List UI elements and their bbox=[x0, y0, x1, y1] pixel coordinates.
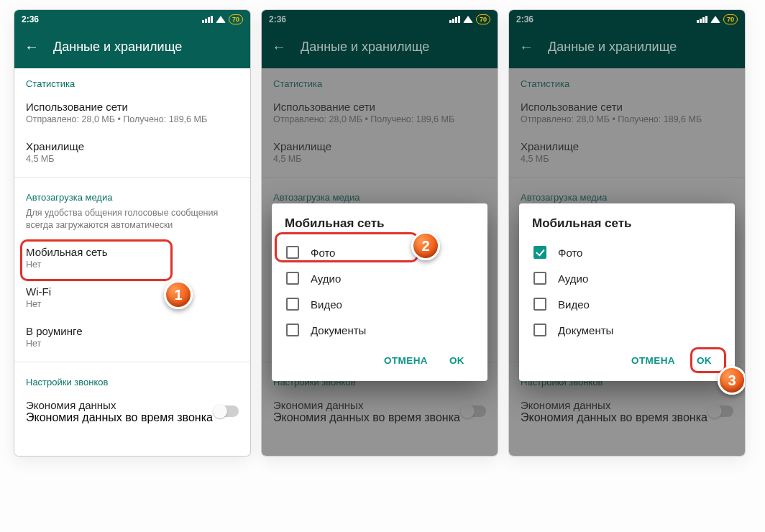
check-video[interactable]: Видео bbox=[285, 291, 475, 317]
section-calls-label: Настройки звонков bbox=[14, 367, 250, 392]
app-bar: ← Данные и хранилище bbox=[14, 29, 250, 68]
signal-icon bbox=[202, 16, 213, 23]
settings-content: Статистика Использование сети Отправлено… bbox=[262, 68, 498, 456]
check-audio[interactable]: Аудио bbox=[532, 265, 722, 291]
dialog-title: Мобильная сеть bbox=[532, 216, 722, 231]
item-data-saver[interactable]: Экономия данных Экономия данных во время… bbox=[14, 392, 250, 431]
check-docs[interactable]: Документы bbox=[285, 317, 475, 343]
status-bar: 2:36 70 bbox=[509, 10, 745, 29]
dialog-mobile-network: Мобильная сеть Фото Аудио Видео Документ… bbox=[272, 203, 487, 381]
dialog-mobile-network: Мобильная сеть Фото Аудио Видео Документ… bbox=[519, 203, 735, 381]
check-photo[interactable]: Фото bbox=[532, 239, 722, 265]
back-icon[interactable]: ← bbox=[272, 39, 286, 55]
battery-icon: 70 bbox=[229, 14, 243, 24]
status-time: 2:36 bbox=[516, 14, 697, 24]
dialog-cancel-button[interactable]: ОТМЕНА bbox=[377, 350, 435, 371]
check-docs[interactable]: Документы bbox=[532, 317, 722, 343]
checkbox-icon[interactable] bbox=[533, 246, 546, 259]
data-saver-switch[interactable] bbox=[214, 405, 239, 417]
section-autodl-label: Автозагрузка медиа bbox=[14, 182, 250, 207]
divider bbox=[14, 362, 250, 362]
status-time: 2:36 bbox=[269, 14, 449, 24]
checkbox-icon[interactable] bbox=[533, 272, 546, 285]
section-stats-label: Статистика bbox=[14, 68, 250, 93]
divider bbox=[14, 177, 250, 178]
signal-icon bbox=[697, 16, 707, 23]
phone-screenshot-2: 2:36 70 ← Данные и хранилище Статистика … bbox=[262, 10, 498, 456]
signal-icon bbox=[449, 16, 460, 23]
phone-screenshot-1: 2:36 70 ← Данные и хранилище Статистика … bbox=[14, 10, 250, 456]
dialog-ok-button[interactable]: OK bbox=[690, 350, 719, 371]
battery-icon: 70 bbox=[476, 14, 490, 24]
appbar-title: Данные и хранилище bbox=[53, 40, 182, 55]
checkbox-icon[interactable] bbox=[533, 298, 546, 311]
battery-icon: 70 bbox=[723, 14, 738, 24]
checkbox-icon[interactable] bbox=[286, 298, 299, 311]
status-time: 2:36 bbox=[22, 14, 202, 24]
item-wifi[interactable]: Wi-Fi Нет bbox=[14, 278, 250, 318]
check-photo[interactable]: Фото bbox=[285, 239, 475, 265]
dialog-ok-button[interactable]: OK bbox=[442, 350, 472, 371]
dialog-cancel-button[interactable]: ОТМЕНА bbox=[624, 350, 682, 371]
checkbox-icon[interactable] bbox=[286, 246, 299, 259]
check-video[interactable]: Видео bbox=[532, 291, 722, 317]
item-mobile-network[interactable]: Мобильная сеть Нет bbox=[14, 239, 250, 278]
check-audio[interactable]: Аудио bbox=[285, 265, 475, 291]
checkbox-icon[interactable] bbox=[286, 272, 299, 285]
wifi-icon bbox=[463, 16, 473, 23]
app-bar: ← Данные и хранилище bbox=[262, 29, 498, 68]
appbar-title: Данные и хранилище bbox=[548, 40, 677, 55]
dialog-title: Мобильная сеть bbox=[285, 216, 475, 231]
checkbox-icon[interactable] bbox=[286, 324, 299, 336]
back-icon[interactable]: ← bbox=[519, 39, 533, 55]
wifi-icon bbox=[710, 16, 720, 23]
back-icon[interactable]: ← bbox=[24, 39, 39, 55]
item-storage[interactable]: Хранилище 4,5 МБ bbox=[14, 133, 250, 173]
appbar-title: Данные и хранилище bbox=[301, 40, 429, 55]
autodl-hint: Для удобства общения голосовые сообщения… bbox=[14, 207, 250, 239]
item-roaming[interactable]: В роуминге Нет bbox=[14, 318, 250, 357]
status-bar: 2:36 70 bbox=[262, 10, 498, 29]
settings-content: Статистика Использование сети Отправлено… bbox=[509, 68, 745, 456]
phone-screenshot-3: 2:36 70 ← Данные и хранилище Статистика … bbox=[509, 10, 745, 456]
wifi-icon bbox=[216, 16, 226, 23]
settings-content: Статистика Использование сети Отправлено… bbox=[14, 68, 250, 456]
item-net-usage[interactable]: Использование сети Отправлено: 28,0 МБ •… bbox=[14, 93, 250, 133]
checkbox-icon[interactable] bbox=[533, 324, 546, 336]
status-bar: 2:36 70 bbox=[14, 10, 250, 29]
app-bar: ← Данные и хранилище bbox=[509, 29, 745, 68]
